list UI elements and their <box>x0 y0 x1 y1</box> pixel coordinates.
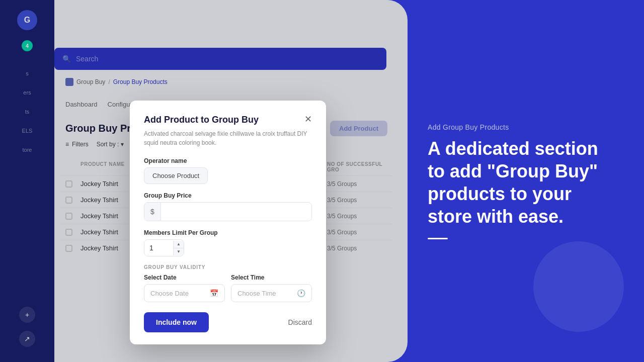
validity-group: GROUP BUY VALIDITY Select Date Choose Da… <box>144 264 312 302</box>
modal-add-product: Add Product to Group Buy ✕ Activated cha… <box>130 101 326 344</box>
right-panel-content: Add Group Buy Products A dedicated secti… <box>428 123 619 239</box>
price-input-wrapper: $ <box>144 202 312 221</box>
price-prefix: $ <box>144 203 161 221</box>
right-panel-title: A dedicated section to add "Group Buy" p… <box>428 137 619 228</box>
members-limit-label: Members Limit Per Group <box>144 229 312 236</box>
stepper-up-button[interactable]: ▲ <box>174 241 184 248</box>
discard-button[interactable]: Discard <box>288 318 312 326</box>
modal-close-button[interactable]: ✕ <box>304 115 312 124</box>
include-now-button[interactable]: Include now <box>144 312 209 332</box>
modal-description: Activated charcoal selvage fixie chillwa… <box>144 129 312 147</box>
modal-header: Add Product to Group Buy ✕ <box>144 115 312 125</box>
stepper-down-button[interactable]: ▼ <box>174 248 184 255</box>
date-group: Select Date Choose Date 📅 <box>144 274 225 302</box>
date-placeholder: Choose Date <box>150 290 189 297</box>
members-input[interactable] <box>144 240 173 256</box>
time-input-wrapper[interactable]: Choose Time 🕐 <box>231 284 312 302</box>
select-time-label: Select Time <box>231 274 312 281</box>
calendar-icon: 📅 <box>210 289 218 297</box>
price-label: Group Buy Price <box>144 192 312 199</box>
price-group: Group Buy Price $ <box>144 192 312 221</box>
choose-product-button[interactable]: Choose Product <box>144 167 208 184</box>
select-date-label: Select Date <box>144 274 225 281</box>
right-panel: Add Group Buy Products A dedicated secti… <box>403 0 644 362</box>
members-input-wrapper: ▲ ▼ <box>144 239 184 256</box>
operator-name-group: Operator name Choose Product <box>144 157 312 184</box>
modal-footer: Include now Discard <box>144 312 312 332</box>
time-placeholder: Choose Time <box>237 290 276 297</box>
date-time-row: Select Date Choose Date 📅 Select Time Ch… <box>144 274 312 302</box>
validity-label: GROUP BUY VALIDITY <box>144 264 312 270</box>
right-panel-subtitle: Add Group Buy Products <box>428 123 619 131</box>
clock-icon: 🕐 <box>297 289 305 297</box>
price-input[interactable] <box>161 203 311 221</box>
members-stepper: ▲ ▼ <box>173 241 184 255</box>
right-panel-divider <box>428 238 448 239</box>
right-panel-circle <box>533 241 624 332</box>
main-area: G 4 s ers ts ELS tore + ↗ 🔍 Search Group… <box>0 0 408 362</box>
date-input-wrapper[interactable]: Choose Date 📅 <box>144 284 225 302</box>
operator-name-label: Operator name <box>144 157 312 164</box>
members-limit-group: Members Limit Per Group ▲ ▼ <box>144 229 312 256</box>
time-group: Select Time Choose Time 🕐 <box>231 274 312 302</box>
modal-title: Add Product to Group Buy <box>144 115 259 125</box>
